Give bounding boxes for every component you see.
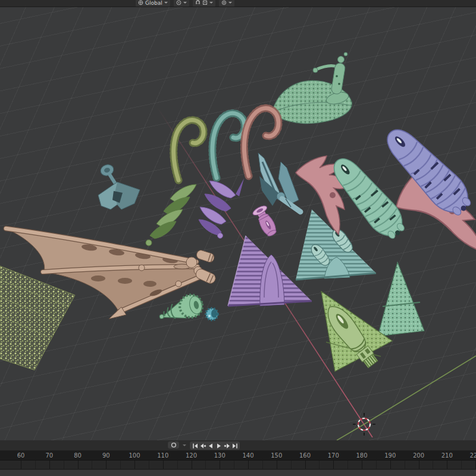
frame-label: 180 <box>356 452 367 459</box>
play-forward-icon <box>215 443 223 449</box>
lattice-wing-object[interactable] <box>272 52 352 124</box>
frame-label: 150 <box>271 452 282 459</box>
frame-tick-major <box>78 461 79 469</box>
play-reverse-button[interactable] <box>206 441 214 450</box>
frame-tick-major <box>277 461 277 469</box>
frame-label: 210 <box>441 452 453 459</box>
previous-keyframe-icon <box>199 443 206 449</box>
frame-label: 130 <box>214 452 226 459</box>
frame-tick-major <box>134 461 135 469</box>
magnet-icon <box>195 0 201 5</box>
frame-tick-minor <box>120 461 121 469</box>
frame-tick-minor <box>64 461 64 469</box>
viewport-header-strip: Global <box>0 0 476 7</box>
y-axis-line <box>337 356 476 440</box>
snap-target-icon <box>202 0 208 5</box>
jump-to-start-button[interactable] <box>191 441 199 450</box>
next-keyframe-icon <box>224 443 231 449</box>
snap-controls[interactable] <box>193 0 215 7</box>
lattice-triangle-object[interactable] <box>378 262 424 336</box>
winged-dart-object[interactable] <box>98 163 140 209</box>
orientation-icon <box>138 0 143 5</box>
play-reverse-icon <box>207 443 214 449</box>
frame-label: 60 <box>17 452 25 459</box>
frame-tick-major <box>163 461 164 469</box>
playback-controls <box>189 441 240 450</box>
frame-tick-major <box>333 461 334 469</box>
timeline-header <box>0 440 476 451</box>
frame-label: 220 <box>469 452 476 459</box>
frame-tick-major <box>362 461 362 469</box>
timeline-footer-strip <box>0 469 476 476</box>
frame-label: 90 <box>102 452 110 459</box>
jump-to-start-icon <box>192 443 199 449</box>
chevron-down-icon <box>183 2 187 4</box>
proportional-editing-icon <box>221 0 227 5</box>
frame-tick-minor <box>461 461 462 469</box>
jump-to-end-button[interactable] <box>231 441 239 450</box>
frame-tick-major <box>447 461 447 469</box>
chevron-down-icon <box>209 2 213 4</box>
frame-label: 70 <box>45 452 53 459</box>
jump-to-end-icon <box>231 443 239 449</box>
frame-label: 80 <box>74 452 82 459</box>
forked-dagger-object[interactable] <box>258 153 300 212</box>
frame-tick-major <box>305 461 306 469</box>
frame-tick-minor <box>433 461 433 469</box>
frame-tick-minor <box>262 461 263 469</box>
frame-tick-minor <box>291 461 292 469</box>
frame-tick-minor <box>35 461 36 469</box>
viewport-3d[interactable]: Global <box>0 0 476 440</box>
frame-label: 160 <box>299 452 311 459</box>
next-keyframe-button[interactable] <box>223 441 231 450</box>
frame-tick-major <box>248 461 249 469</box>
record-circle-icon <box>171 442 177 448</box>
frame-tick-minor <box>205 461 206 469</box>
blender-window: Global <box>0 0 476 476</box>
frame-tick-major <box>106 461 107 469</box>
transform-orientation-label: Global <box>145 0 162 6</box>
scene-canvas <box>0 0 476 440</box>
pivot-point-icon <box>176 0 181 5</box>
transform-orientation-dropdown[interactable]: Global <box>136 0 170 7</box>
tentacle-teal-object[interactable] <box>212 113 245 178</box>
previous-keyframe-button[interactable] <box>199 441 206 450</box>
lattice-sheet-object[interactable] <box>0 266 75 370</box>
frame-label: 140 <box>242 452 253 459</box>
frame-tick-major <box>21 461 21 469</box>
chevron-down-icon <box>228 2 232 4</box>
pivot-point-dropdown[interactable] <box>174 0 189 7</box>
frame-tick-minor <box>347 461 348 469</box>
frame-label: 110 <box>157 452 168 459</box>
frame-tick-minor <box>234 461 234 469</box>
timeline-editor: 6070809010011012013014015016017018019020… <box>0 440 476 476</box>
frame-label: 200 <box>413 452 424 459</box>
chevron-down-icon <box>164 2 168 4</box>
frame-label: 100 <box>129 452 140 459</box>
frame-tick-minor <box>92 461 92 469</box>
frame-tick-major <box>220 461 220 469</box>
play-forward-button[interactable] <box>214 441 223 450</box>
keying-dropdown-caret[interactable] <box>183 444 186 446</box>
frame-tick-minor <box>376 461 377 469</box>
frame-tick-minor <box>149 461 149 469</box>
timeline-ticks[interactable] <box>0 461 476 469</box>
frame-tick-major <box>49 461 50 469</box>
frame-label: 120 <box>186 452 197 459</box>
frame-tick-minor <box>177 461 178 469</box>
frame-label: 190 <box>384 452 396 459</box>
frame-label: 170 <box>328 452 339 459</box>
timeline-ruler[interactable]: 6070809010011012013014015016017018019020… <box>0 451 476 461</box>
gear-cone-object[interactable] <box>156 293 205 324</box>
frame-tick-minor <box>405 461 405 469</box>
proportional-editing-controls[interactable] <box>219 0 234 7</box>
frame-tick-major <box>192 461 192 469</box>
shell-cone-green-object[interactable] <box>146 184 196 246</box>
frame-tick-major <box>390 461 391 469</box>
capsule-vial-object[interactable] <box>252 204 280 239</box>
frame-tick-major <box>419 461 419 469</box>
small-gear-object[interactable] <box>206 308 218 320</box>
auto-keying-button[interactable] <box>167 441 180 449</box>
frame-tick-minor <box>319 461 320 469</box>
